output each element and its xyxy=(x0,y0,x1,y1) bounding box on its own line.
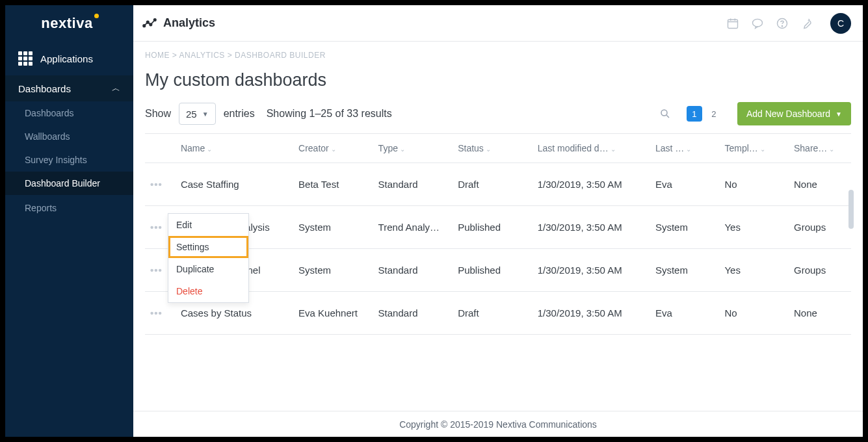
table-row[interactable]: •••Case Trend AnalysisSystemTrend Analy…… xyxy=(145,206,851,249)
results-text: Showing 1–25 of 33 results xyxy=(267,108,392,120)
ctx-delete[interactable]: Delete xyxy=(168,280,248,302)
svg-point-7 xyxy=(782,25,782,26)
dashboards-table: Name⌄ Creator⌄ Type⌄ Status⌄ Last modifi… xyxy=(145,133,851,335)
cell-creator: Beta Test xyxy=(293,163,373,206)
entries-value: 25 xyxy=(186,109,197,120)
sort-icon: ⌄ xyxy=(331,146,336,153)
table-row[interactable]: •••Cases by ChannelSystemStandardPublish… xyxy=(145,249,851,292)
sidebar-item-survey-insights[interactable]: Survey Insights xyxy=(5,148,133,172)
calendar-icon[interactable] xyxy=(726,17,739,30)
table-row[interactable]: •••Cases by StatusEva KuehnertStandardDr… xyxy=(145,292,851,335)
sort-icon: ⌄ xyxy=(829,146,834,153)
cell-creator: System xyxy=(293,206,373,249)
col-template[interactable]: Templ…⌄ xyxy=(719,134,789,163)
sort-icon: ⌄ xyxy=(207,146,212,153)
sidebar-item-dashboards[interactable]: Dashboards xyxy=(5,101,133,125)
row-actions-icon[interactable]: ••• xyxy=(150,307,163,318)
chevron-up-icon: ︿ xyxy=(112,83,120,94)
brand-text: nextiva xyxy=(41,15,92,32)
svg-point-2 xyxy=(150,23,151,25)
cell-template: No xyxy=(719,292,789,335)
cell-lastby: System xyxy=(650,206,720,249)
brand-logo: nextiva xyxy=(5,5,133,42)
cell-modified: 1/30/2019, 3:50 AM xyxy=(533,249,650,292)
cell-modified: 1/30/2019, 3:50 AM xyxy=(533,163,650,206)
col-status[interactable]: Status⌄ xyxy=(453,134,533,163)
sort-icon: ⌄ xyxy=(686,146,691,153)
breadcrumb[interactable]: HOME > ANALYTICS > DASHBOARD BUILDER xyxy=(133,42,863,60)
cell-status: Published xyxy=(453,206,533,249)
cell-status: Draft xyxy=(453,292,533,335)
cell-lastby: Eva xyxy=(650,292,720,335)
caret-down-icon: ▼ xyxy=(202,110,209,118)
cell-status: Draft xyxy=(453,163,533,206)
topbar-icons: C xyxy=(726,13,851,34)
cell-type: Trend Analy… xyxy=(373,206,453,249)
table-controls: Show 25 ▼ entries Showing 1–25 of 33 res… xyxy=(133,102,863,133)
svg-point-5 xyxy=(753,19,763,27)
col-type[interactable]: Type⌄ xyxy=(373,134,453,163)
page-2[interactable]: 2 xyxy=(706,106,722,122)
wrench-icon[interactable] xyxy=(800,17,813,30)
cell-type: Standard xyxy=(373,163,453,206)
sort-icon: ⌄ xyxy=(400,146,405,153)
chat-icon[interactable] xyxy=(751,17,764,30)
topbar-title: Analytics xyxy=(163,16,215,30)
add-dashboard-label: Add New Dashboard xyxy=(746,109,830,119)
table-row[interactable]: •••Case StaffingBeta TestStandardDraft1/… xyxy=(145,163,851,206)
sidebar: nextiva Applications Dashboards ︿ Dashbo… xyxy=(5,5,133,437)
row-actions-icon[interactable]: ••• xyxy=(150,179,163,190)
sidebar-section-dashboards[interactable]: Dashboards ︿ xyxy=(5,75,133,101)
cell-creator: System xyxy=(293,249,373,292)
row-actions-icon[interactable]: ••• xyxy=(150,222,163,233)
topbar: Analytics C xyxy=(133,5,863,42)
sort-icon: ⌄ xyxy=(611,146,616,153)
brand-dot-icon xyxy=(94,14,99,18)
cell-type: Standard xyxy=(373,249,453,292)
cell-modified: 1/30/2019, 3:50 AM xyxy=(533,206,650,249)
sort-icon: ⌄ xyxy=(760,146,765,153)
cell-status: Published xyxy=(453,249,533,292)
footer: Copyright © 2015-2019 Nextiva Communicat… xyxy=(133,411,863,437)
sidebar-section-label: Dashboards xyxy=(18,83,71,94)
cell-template: Yes xyxy=(719,249,789,292)
svg-point-8 xyxy=(661,110,667,116)
col-modified[interactable]: Last modified d…⌄ xyxy=(533,134,650,163)
add-dashboard-button[interactable]: Add New Dashboard ▼ xyxy=(737,102,851,125)
entries-select[interactable]: 25 ▼ xyxy=(179,103,216,125)
col-lastby[interactable]: Last …⌄ xyxy=(650,134,720,163)
col-name[interactable]: Name⌄ xyxy=(176,134,293,163)
search-icon[interactable] xyxy=(659,108,671,120)
applications-label: Applications xyxy=(40,53,93,64)
cell-name: Case Staffing xyxy=(176,163,293,206)
row-actions-icon[interactable]: ••• xyxy=(150,265,163,276)
page-1[interactable]: 1 xyxy=(687,106,702,122)
sidebar-subnav: Dashboards Wallboards Survey Insights Da… xyxy=(5,101,133,195)
show-label: Show xyxy=(145,108,171,120)
cell-shared: Groups xyxy=(789,249,851,292)
applications-nav[interactable]: Applications xyxy=(5,42,133,75)
cell-modified: 1/30/2019, 3:50 AM xyxy=(533,292,650,335)
ctx-duplicate[interactable]: Duplicate xyxy=(168,258,248,280)
sidebar-item-dashboard-builder[interactable]: Dashboard Builder xyxy=(5,172,133,195)
cell-lastby: System xyxy=(650,249,720,292)
ctx-edit[interactable]: Edit xyxy=(168,214,248,236)
sort-icon: ⌄ xyxy=(486,146,491,153)
cell-shared: None xyxy=(789,292,851,335)
ctx-settings[interactable]: Settings xyxy=(168,236,248,258)
user-avatar[interactable]: C xyxy=(830,13,851,34)
sidebar-item-wallboards[interactable]: Wallboards xyxy=(5,125,133,148)
table-header-row: Name⌄ Creator⌄ Type⌄ Status⌄ Last modifi… xyxy=(145,134,851,163)
cell-template: No xyxy=(719,163,789,206)
cell-template: Yes xyxy=(719,206,789,249)
sidebar-item-reports[interactable]: Reports xyxy=(5,195,133,221)
col-creator[interactable]: Creator⌄ xyxy=(293,134,373,163)
scrollbar-thumb[interactable] xyxy=(848,190,854,229)
topbar-title-group: Analytics xyxy=(142,16,215,31)
caret-down-icon: ▼ xyxy=(835,110,842,118)
cell-creator: Eva Kuehnert xyxy=(293,292,373,335)
help-icon[interactable] xyxy=(776,17,789,30)
col-shared[interactable]: Share…⌄ xyxy=(789,134,851,163)
cell-type: Standard xyxy=(373,292,453,335)
entries-suffix: entries xyxy=(224,108,255,120)
